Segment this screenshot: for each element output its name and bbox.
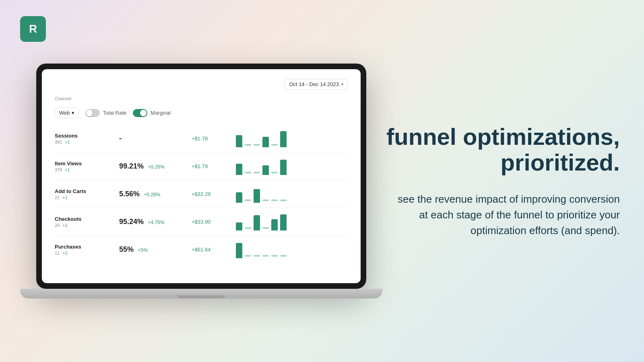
table-row: Add to Carts 21 +1 5.56% +0.26% +$32.29 bbox=[55, 180, 348, 208]
bar-dash bbox=[254, 144, 260, 146]
table-row: Checkouts 20 +1 95.24% +4.76% +$33.90 bbox=[55, 208, 348, 236]
bar-dash bbox=[271, 200, 278, 201]
chevron-down-icon: ▾ bbox=[341, 82, 343, 86]
headline: funnel optimizations, prioritized. bbox=[386, 124, 620, 175]
bar bbox=[262, 165, 269, 175]
stage-count: 378 +1 bbox=[55, 167, 119, 172]
laptop-mockup: Oct 14 - Dec 14 2023 ▾ Channel Web ▾ Tot… bbox=[20, 20, 382, 342]
bar-dash bbox=[254, 255, 260, 257]
total-rate-switch[interactable] bbox=[85, 109, 100, 117]
bar-dash bbox=[271, 172, 278, 173]
row-chart-purchases bbox=[236, 241, 348, 258]
row-revenue-sessions: +$1.78 bbox=[192, 136, 236, 142]
dashboard-header: Oct 14 - Dec 14 2023 ▾ bbox=[55, 79, 348, 90]
channel-label: Channel bbox=[55, 96, 348, 101]
row-rate-checkouts: 95.24% +4.76% bbox=[119, 218, 192, 226]
table-row: Purchases 11 +1 55% +5% +$61.64 bbox=[55, 236, 348, 263]
row-revenue-item-views: +$1.79 bbox=[192, 163, 236, 169]
bar bbox=[280, 160, 287, 175]
row-label-add-to-carts: Add to Carts 21 +1 bbox=[55, 188, 119, 200]
bar-dash bbox=[262, 227, 269, 229]
bar-dash bbox=[271, 144, 278, 146]
bar bbox=[254, 189, 260, 203]
stage-count: 11 +1 bbox=[55, 251, 119, 255]
bar-dash bbox=[245, 200, 251, 201]
bar-dash bbox=[262, 200, 269, 201]
row-revenue-purchases: +$61.64 bbox=[192, 247, 236, 253]
row-rate-sessions: - bbox=[119, 134, 192, 143]
total-rate-toggle[interactable]: Total Rate bbox=[85, 109, 127, 117]
bar bbox=[236, 222, 242, 230]
bar-dash bbox=[280, 200, 287, 201]
bar bbox=[262, 137, 269, 147]
channel-dropdown[interactable]: Web ▾ bbox=[55, 107, 79, 118]
right-section: funnel optimizations, prioritized. see t… bbox=[386, 124, 620, 239]
stage-count: 381 +1 bbox=[55, 140, 119, 144]
controls-section: Channel Web ▾ Total Rate Marginal bbox=[55, 96, 348, 118]
bar-dash bbox=[245, 144, 251, 146]
row-rate-purchases: 55% +5% bbox=[119, 245, 192, 254]
bar bbox=[236, 192, 242, 203]
table-row: Item Views 378 +1 99.21% +0.26% +$1.79 bbox=[55, 152, 348, 180]
bar-dash bbox=[280, 255, 287, 257]
subtext: see the revenue impact of improving conv… bbox=[386, 191, 620, 238]
date-range-picker[interactable]: Oct 14 - Dec 14 2023 ▾ bbox=[285, 79, 348, 90]
bar bbox=[254, 215, 260, 230]
bar bbox=[271, 219, 278, 230]
row-revenue-add-to-carts: +$32.29 bbox=[192, 191, 236, 197]
chevron-down-icon: ▾ bbox=[72, 110, 74, 116]
row-rate-item-views: 99.21% +0.26% bbox=[119, 162, 192, 171]
bar-dash bbox=[262, 255, 269, 257]
row-label-checkouts: Checkouts 20 +1 bbox=[55, 216, 119, 228]
row-chart-item-views bbox=[236, 157, 348, 175]
laptop-screen: Oct 14 - Dec 14 2023 ▾ Channel Web ▾ Tot… bbox=[42, 69, 361, 283]
bar-dash bbox=[245, 255, 251, 257]
stage-count: 20 +1 bbox=[55, 223, 119, 228]
row-label-purchases: Purchases 11 +1 bbox=[55, 244, 119, 255]
bar bbox=[280, 131, 287, 147]
laptop-base bbox=[20, 289, 382, 298]
bar-dash bbox=[245, 227, 251, 229]
table-row: Sessions 381 +1 - +$1.78 bbox=[55, 125, 348, 152]
bar bbox=[236, 243, 242, 258]
funnel-table: Sessions 381 +1 - +$1.78 bbox=[55, 125, 348, 263]
toggle-group: Web ▾ Total Rate Marginal bbox=[55, 107, 348, 118]
bar bbox=[236, 164, 242, 175]
row-rate-add-to-carts: 5.56% +0.26% bbox=[119, 190, 192, 198]
bar bbox=[236, 135, 242, 147]
marginal-toggle[interactable]: Marginal bbox=[133, 109, 171, 117]
row-revenue-checkouts: +$33.90 bbox=[192, 219, 236, 225]
bar bbox=[280, 214, 287, 230]
row-label-item-views: Item Views 378 +1 bbox=[55, 160, 119, 172]
stage-count: 21 +1 bbox=[55, 195, 119, 200]
marginal-switch[interactable] bbox=[133, 109, 147, 117]
row-chart-checkouts bbox=[236, 213, 348, 230]
bar-dash bbox=[271, 255, 278, 257]
laptop-frame: Oct 14 - Dec 14 2023 ▾ Channel Web ▾ Tot… bbox=[36, 64, 366, 289]
row-chart-add-to-carts bbox=[236, 185, 348, 203]
row-label-sessions: Sessions 381 +1 bbox=[55, 133, 119, 144]
bar-dash bbox=[254, 172, 260, 173]
bar-dash bbox=[245, 172, 251, 173]
row-chart-sessions bbox=[236, 130, 348, 147]
